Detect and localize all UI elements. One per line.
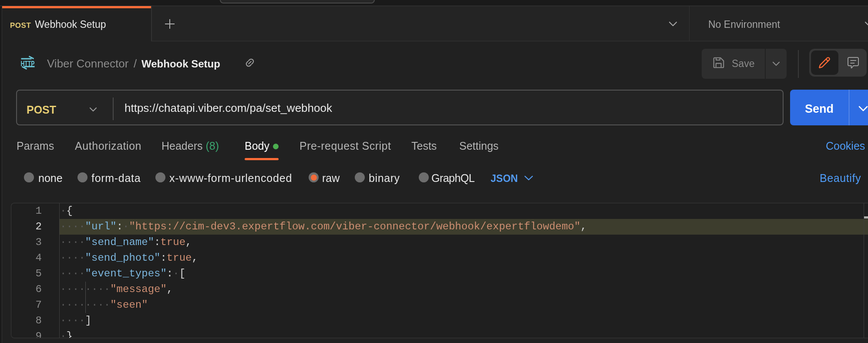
svg-text:HTTP: HTTP [21,60,35,68]
